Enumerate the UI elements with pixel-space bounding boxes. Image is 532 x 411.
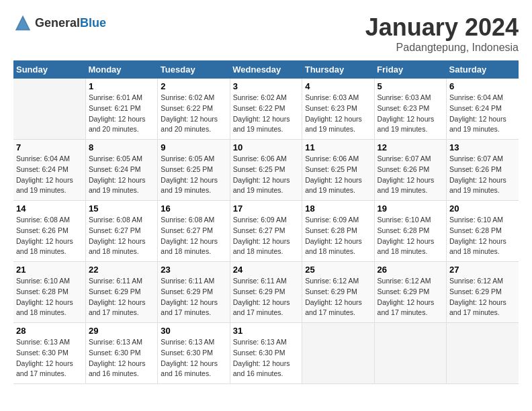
- day-number: 28: [16, 326, 83, 336]
- day-number: 18: [305, 203, 371, 214]
- calendar-cell: 6Sunrise: 6:04 AMSunset: 6:24 PMDaylight…: [447, 79, 519, 140]
- calendar-cell: 13Sunrise: 6:07 AMSunset: 6:26 PMDayligh…: [447, 140, 519, 201]
- logo-text: GeneralBlue: [35, 16, 106, 30]
- day-info: Sunrise: 6:13 AMSunset: 6:30 PMDaylight:…: [16, 338, 73, 377]
- day-info: Sunrise: 6:11 AMSunset: 6:29 PMDaylight:…: [233, 277, 290, 316]
- day-info: Sunrise: 6:10 AMSunset: 6:28 PMDaylight:…: [449, 216, 506, 255]
- day-number: 29: [89, 326, 154, 336]
- calendar-cell: 29Sunrise: 6:13 AMSunset: 6:30 PMDayligh…: [85, 323, 157, 384]
- calendar-cell: 9Sunrise: 6:05 AMSunset: 6:25 PMDaylight…: [158, 140, 230, 201]
- day-number: 20: [449, 203, 516, 214]
- day-header-friday: Friday: [374, 60, 446, 79]
- month-year-title: January 2024: [365, 13, 519, 42]
- day-info: Sunrise: 6:02 AMSunset: 6:22 PMDaylight:…: [233, 93, 290, 133]
- day-info: Sunrise: 6:08 AMSunset: 6:26 PMDaylight:…: [16, 216, 73, 255]
- day-number: 23: [161, 265, 226, 275]
- calendar-cell: 21Sunrise: 6:10 AMSunset: 6:28 PMDayligh…: [13, 262, 85, 323]
- day-info: Sunrise: 6:05 AMSunset: 6:25 PMDaylight:…: [161, 154, 218, 194]
- day-info: Sunrise: 6:11 AMSunset: 6:29 PMDaylight:…: [89, 277, 146, 316]
- calendar-cell: 31Sunrise: 6:13 AMSunset: 6:30 PMDayligh…: [230, 323, 302, 384]
- calendar-table: SundayMondayTuesdayWednesdayThursdayFrid…: [13, 60, 519, 384]
- location-subtitle: Padangtepung, Indonesia: [365, 42, 519, 54]
- calendar-cell: 7Sunrise: 6:04 AMSunset: 6:24 PMDaylight…: [13, 140, 85, 201]
- day-info: Sunrise: 6:09 AMSunset: 6:28 PMDaylight:…: [305, 216, 362, 255]
- day-header-monday: Monday: [85, 60, 157, 79]
- day-info: Sunrise: 6:03 AMSunset: 6:23 PMDaylight:…: [378, 93, 435, 133]
- calendar-cell: 23Sunrise: 6:11 AMSunset: 6:29 PMDayligh…: [158, 262, 230, 323]
- calendar-cell: 19Sunrise: 6:10 AMSunset: 6:28 PMDayligh…: [374, 201, 446, 262]
- day-info: Sunrise: 6:06 AMSunset: 6:25 PMDaylight:…: [305, 154, 362, 194]
- day-number: 2: [161, 81, 226, 91]
- calendar-cell: 4Sunrise: 6:03 AMSunset: 6:23 PMDaylight…: [302, 79, 374, 140]
- day-info: Sunrise: 6:04 AMSunset: 6:24 PMDaylight:…: [449, 93, 506, 133]
- calendar-cell: 25Sunrise: 6:12 AMSunset: 6:29 PMDayligh…: [302, 262, 374, 323]
- day-number: 21: [16, 265, 83, 275]
- day-header-thursday: Thursday: [302, 60, 374, 79]
- page-header: GeneralBlue January 2024 Padangtepung, I…: [13, 13, 519, 54]
- logo-blue: Blue: [80, 16, 106, 30]
- day-info: Sunrise: 6:09 AMSunset: 6:27 PMDaylight:…: [233, 216, 290, 255]
- day-info: Sunrise: 6:13 AMSunset: 6:30 PMDaylight:…: [89, 338, 146, 377]
- day-info: Sunrise: 6:06 AMSunset: 6:25 PMDaylight:…: [233, 154, 290, 194]
- calendar-cell: 1Sunrise: 6:01 AMSunset: 6:21 PMDaylight…: [85, 79, 157, 140]
- day-info: Sunrise: 6:01 AMSunset: 6:21 PMDaylight:…: [89, 93, 146, 133]
- day-number: 6: [449, 81, 516, 91]
- calendar-cell: 15Sunrise: 6:08 AMSunset: 6:27 PMDayligh…: [85, 201, 157, 262]
- calendar-cell: 8Sunrise: 6:05 AMSunset: 6:24 PMDaylight…: [85, 140, 157, 201]
- day-number: 27: [449, 265, 516, 275]
- calendar-body: 1Sunrise: 6:01 AMSunset: 6:21 PMDaylight…: [13, 79, 519, 384]
- calendar-cell: 11Sunrise: 6:06 AMSunset: 6:25 PMDayligh…: [302, 140, 374, 201]
- day-number: 13: [449, 142, 516, 152]
- day-info: Sunrise: 6:12 AMSunset: 6:29 PMDaylight:…: [378, 277, 435, 316]
- day-number: 14: [16, 203, 83, 214]
- calendar-cell: 3Sunrise: 6:02 AMSunset: 6:22 PMDaylight…: [230, 79, 302, 140]
- logo-icon: [13, 13, 32, 32]
- calendar-cell: 27Sunrise: 6:12 AMSunset: 6:29 PMDayligh…: [447, 262, 519, 323]
- day-info: Sunrise: 6:10 AMSunset: 6:28 PMDaylight:…: [16, 277, 73, 316]
- day-info: Sunrise: 6:02 AMSunset: 6:22 PMDaylight:…: [161, 93, 218, 133]
- calendar-cell: [447, 323, 519, 384]
- day-number: 10: [233, 142, 299, 152]
- day-number: 9: [161, 142, 226, 152]
- calendar-header: SundayMondayTuesdayWednesdayThursdayFrid…: [13, 60, 519, 79]
- day-header-sunday: Sunday: [13, 60, 85, 79]
- day-info: Sunrise: 6:07 AMSunset: 6:26 PMDaylight:…: [449, 154, 506, 194]
- calendar-cell: 16Sunrise: 6:08 AMSunset: 6:27 PMDayligh…: [158, 201, 230, 262]
- day-number: 1: [89, 81, 154, 91]
- calendar-cell: 24Sunrise: 6:11 AMSunset: 6:29 PMDayligh…: [230, 262, 302, 323]
- day-number: 31: [233, 326, 299, 336]
- day-number: 3: [233, 81, 299, 91]
- calendar-cell: [13, 79, 85, 140]
- calendar-cell: [374, 323, 446, 384]
- day-info: Sunrise: 6:05 AMSunset: 6:24 PMDaylight:…: [89, 154, 146, 194]
- day-info: Sunrise: 6:13 AMSunset: 6:30 PMDaylight:…: [233, 338, 290, 377]
- calendar-cell: 2Sunrise: 6:02 AMSunset: 6:22 PMDaylight…: [158, 79, 230, 140]
- day-info: Sunrise: 6:07 AMSunset: 6:26 PMDaylight:…: [378, 154, 435, 194]
- day-number: 7: [16, 142, 83, 152]
- calendar-cell: 20Sunrise: 6:10 AMSunset: 6:28 PMDayligh…: [447, 201, 519, 262]
- calendar-cell: [302, 323, 374, 384]
- day-number: 17: [233, 203, 299, 214]
- day-header-wednesday: Wednesday: [230, 60, 302, 79]
- day-header-tuesday: Tuesday: [158, 60, 230, 79]
- calendar-cell: 14Sunrise: 6:08 AMSunset: 6:26 PMDayligh…: [13, 201, 85, 262]
- day-info: Sunrise: 6:03 AMSunset: 6:23 PMDaylight:…: [305, 93, 362, 133]
- day-number: 30: [161, 326, 226, 336]
- day-number: 25: [305, 265, 371, 275]
- day-info: Sunrise: 6:08 AMSunset: 6:27 PMDaylight:…: [161, 216, 218, 255]
- logo: GeneralBlue: [13, 13, 106, 32]
- calendar-cell: 10Sunrise: 6:06 AMSunset: 6:25 PMDayligh…: [230, 140, 302, 201]
- day-number: 12: [378, 142, 443, 152]
- calendar-week-1: 1Sunrise: 6:01 AMSunset: 6:21 PMDaylight…: [13, 79, 519, 140]
- calendar-cell: 28Sunrise: 6:13 AMSunset: 6:30 PMDayligh…: [13, 323, 85, 384]
- title-block: January 2024 Padangtepung, Indonesia: [365, 13, 519, 54]
- day-header-saturday: Saturday: [447, 60, 519, 79]
- day-number: 16: [161, 203, 226, 214]
- day-info: Sunrise: 6:04 AMSunset: 6:24 PMDaylight:…: [16, 154, 73, 194]
- day-number: 5: [378, 81, 443, 91]
- calendar-cell: 17Sunrise: 6:09 AMSunset: 6:27 PMDayligh…: [230, 201, 302, 262]
- calendar-cell: 18Sunrise: 6:09 AMSunset: 6:28 PMDayligh…: [302, 201, 374, 262]
- day-info: Sunrise: 6:12 AMSunset: 6:29 PMDaylight:…: [449, 277, 506, 316]
- day-info: Sunrise: 6:11 AMSunset: 6:29 PMDaylight:…: [161, 277, 218, 316]
- day-number: 8: [89, 142, 154, 152]
